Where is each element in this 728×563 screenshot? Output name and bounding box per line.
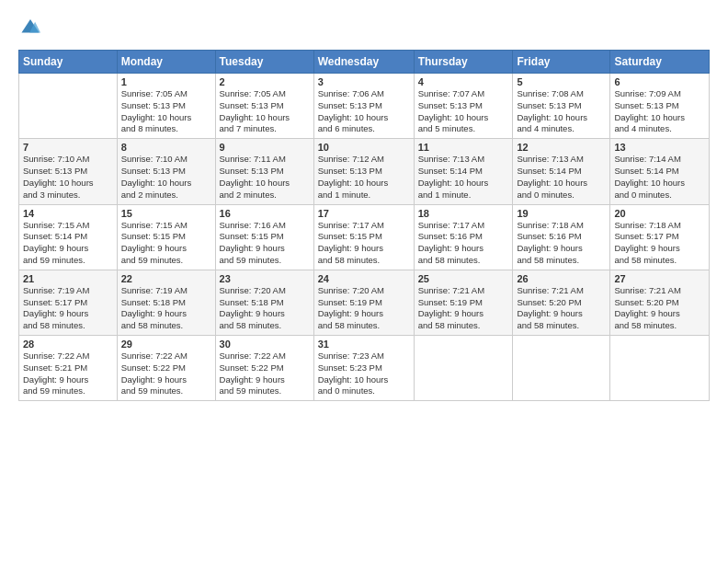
- day-number: 31: [318, 339, 410, 350]
- day-number: 26: [517, 273, 606, 284]
- calendar-cell: 6Sunrise: 7:09 AM Sunset: 5:13 PM Daylig…: [610, 74, 710, 139]
- day-info: Sunrise: 7:10 AM Sunset: 5:13 PM Dayligh…: [23, 154, 113, 201]
- day-number: 5: [517, 76, 606, 87]
- calendar-cell: 30Sunrise: 7:22 AM Sunset: 5:22 PM Dayli…: [215, 336, 313, 401]
- header: [18, 17, 710, 40]
- day-info: Sunrise: 7:13 AM Sunset: 5:14 PM Dayligh…: [418, 154, 509, 201]
- calendar-cell: 10Sunrise: 7:12 AM Sunset: 5:13 PM Dayli…: [313, 139, 414, 204]
- day-info: Sunrise: 7:21 AM Sunset: 5:20 PM Dayligh…: [614, 285, 705, 332]
- day-number: 3: [318, 76, 410, 87]
- calendar-cell: 18Sunrise: 7:17 AM Sunset: 5:16 PM Dayli…: [414, 204, 513, 270]
- calendar-cell: 27Sunrise: 7:21 AM Sunset: 5:20 PM Dayli…: [610, 270, 710, 335]
- day-info: Sunrise: 7:22 AM Sunset: 5:22 PM Dayligh…: [121, 350, 211, 397]
- day-number: 6: [614, 76, 705, 87]
- day-number: 7: [23, 142, 113, 153]
- day-number: 30: [220, 339, 310, 350]
- calendar-header-thursday: Thursday: [414, 51, 513, 74]
- calendar-cell: 15Sunrise: 7:15 AM Sunset: 5:15 PM Dayli…: [117, 204, 215, 270]
- day-info: Sunrise: 7:18 AM Sunset: 5:16 PM Dayligh…: [517, 220, 606, 267]
- day-info: Sunrise: 7:22 AM Sunset: 5:21 PM Dayligh…: [23, 350, 113, 397]
- day-info: Sunrise: 7:07 AM Sunset: 5:13 PM Dayligh…: [418, 88, 509, 135]
- calendar-week-row: 7Sunrise: 7:10 AM Sunset: 5:13 PM Daylig…: [19, 139, 710, 204]
- day-info: Sunrise: 7:05 AM Sunset: 5:13 PM Dayligh…: [121, 88, 211, 135]
- logo-icon: [20, 17, 40, 37]
- day-info: Sunrise: 7:16 AM Sunset: 5:15 PM Dayligh…: [220, 220, 310, 267]
- calendar-cell: 19Sunrise: 7:18 AM Sunset: 5:16 PM Dayli…: [513, 204, 610, 270]
- calendar-cell: 26Sunrise: 7:21 AM Sunset: 5:20 PM Dayli…: [513, 270, 610, 335]
- day-info: Sunrise: 7:18 AM Sunset: 5:17 PM Dayligh…: [614, 220, 705, 267]
- calendar-header-monday: Monday: [117, 51, 215, 74]
- day-number: 22: [121, 273, 211, 284]
- day-number: 28: [23, 339, 113, 350]
- day-number: 21: [23, 273, 113, 284]
- calendar-cell: 4Sunrise: 7:07 AM Sunset: 5:13 PM Daylig…: [414, 74, 513, 139]
- calendar-cell: 28Sunrise: 7:22 AM Sunset: 5:21 PM Dayli…: [19, 336, 118, 401]
- calendar-cell: 14Sunrise: 7:15 AM Sunset: 5:14 PM Dayli…: [19, 204, 118, 270]
- logo: [18, 17, 40, 40]
- day-number: 25: [418, 273, 509, 284]
- calendar-header-row: SundayMondayTuesdayWednesdayThursdayFrid…: [19, 51, 710, 74]
- day-info: Sunrise: 7:11 AM Sunset: 5:13 PM Dayligh…: [220, 154, 310, 201]
- day-info: Sunrise: 7:05 AM Sunset: 5:13 PM Dayligh…: [220, 88, 310, 135]
- day-number: 9: [220, 142, 310, 153]
- day-info: Sunrise: 7:10 AM Sunset: 5:13 PM Dayligh…: [121, 154, 211, 201]
- calendar-week-row: 21Sunrise: 7:19 AM Sunset: 5:17 PM Dayli…: [19, 270, 710, 335]
- day-number: 15: [121, 208, 211, 219]
- day-number: 10: [318, 142, 410, 153]
- day-info: Sunrise: 7:09 AM Sunset: 5:13 PM Dayligh…: [614, 88, 705, 135]
- calendar-cell: 22Sunrise: 7:19 AM Sunset: 5:18 PM Dayli…: [117, 270, 215, 335]
- day-number: 13: [614, 142, 705, 153]
- calendar-cell: 1Sunrise: 7:05 AM Sunset: 5:13 PM Daylig…: [117, 74, 215, 139]
- calendar-table: SundayMondayTuesdayWednesdayThursdayFrid…: [18, 50, 710, 401]
- day-number: 18: [418, 208, 509, 219]
- day-number: 2: [220, 76, 310, 87]
- calendar-cell: 5Sunrise: 7:08 AM Sunset: 5:13 PM Daylig…: [513, 74, 610, 139]
- day-info: Sunrise: 7:13 AM Sunset: 5:14 PM Dayligh…: [517, 154, 606, 201]
- day-number: 20: [614, 208, 705, 219]
- day-info: Sunrise: 7:17 AM Sunset: 5:15 PM Dayligh…: [318, 220, 410, 267]
- day-info: Sunrise: 7:20 AM Sunset: 5:19 PM Dayligh…: [318, 285, 410, 332]
- day-number: 23: [220, 273, 310, 284]
- day-info: Sunrise: 7:21 AM Sunset: 5:20 PM Dayligh…: [517, 285, 606, 332]
- day-info: Sunrise: 7:15 AM Sunset: 5:15 PM Dayligh…: [121, 220, 211, 267]
- calendar-week-row: 28Sunrise: 7:22 AM Sunset: 5:21 PM Dayli…: [19, 336, 710, 401]
- day-info: Sunrise: 7:22 AM Sunset: 5:22 PM Dayligh…: [220, 350, 310, 397]
- calendar-week-row: 14Sunrise: 7:15 AM Sunset: 5:14 PM Dayli…: [19, 204, 710, 270]
- calendar-header-saturday: Saturday: [610, 51, 710, 74]
- day-info: Sunrise: 7:08 AM Sunset: 5:13 PM Dayligh…: [517, 88, 606, 135]
- calendar-cell: 23Sunrise: 7:20 AM Sunset: 5:18 PM Dayli…: [215, 270, 313, 335]
- calendar-cell: 8Sunrise: 7:10 AM Sunset: 5:13 PM Daylig…: [117, 139, 215, 204]
- calendar-cell: 7Sunrise: 7:10 AM Sunset: 5:13 PM Daylig…: [19, 139, 118, 204]
- day-info: Sunrise: 7:14 AM Sunset: 5:14 PM Dayligh…: [614, 154, 705, 201]
- calendar-header-sunday: Sunday: [19, 51, 118, 74]
- day-info: Sunrise: 7:06 AM Sunset: 5:13 PM Dayligh…: [318, 88, 410, 135]
- day-number: 17: [318, 208, 410, 219]
- calendar-cell: 2Sunrise: 7:05 AM Sunset: 5:13 PM Daylig…: [215, 74, 313, 139]
- day-info: Sunrise: 7:21 AM Sunset: 5:19 PM Dayligh…: [418, 285, 509, 332]
- calendar-cell: 17Sunrise: 7:17 AM Sunset: 5:15 PM Dayli…: [313, 204, 414, 270]
- calendar-cell: 16Sunrise: 7:16 AM Sunset: 5:15 PM Dayli…: [215, 204, 313, 270]
- calendar-cell: [19, 74, 118, 139]
- day-info: Sunrise: 7:19 AM Sunset: 5:17 PM Dayligh…: [23, 285, 113, 332]
- day-number: 8: [121, 142, 211, 153]
- calendar-cell: 21Sunrise: 7:19 AM Sunset: 5:17 PM Dayli…: [19, 270, 118, 335]
- calendar-cell: [513, 336, 610, 401]
- day-number: 19: [517, 208, 606, 219]
- page: SundayMondayTuesdayWednesdayThursdayFrid…: [0, 0, 728, 563]
- day-info: Sunrise: 7:19 AM Sunset: 5:18 PM Dayligh…: [121, 285, 211, 332]
- calendar-cell: 9Sunrise: 7:11 AM Sunset: 5:13 PM Daylig…: [215, 139, 313, 204]
- calendar-cell: 13Sunrise: 7:14 AM Sunset: 5:14 PM Dayli…: [610, 139, 710, 204]
- calendar-week-row: 1Sunrise: 7:05 AM Sunset: 5:13 PM Daylig…: [19, 74, 710, 139]
- day-number: 1: [121, 76, 211, 87]
- day-number: 4: [418, 76, 509, 87]
- calendar-cell: 12Sunrise: 7:13 AM Sunset: 5:14 PM Dayli…: [513, 139, 610, 204]
- day-number: 29: [121, 339, 211, 350]
- day-info: Sunrise: 7:20 AM Sunset: 5:18 PM Dayligh…: [220, 285, 310, 332]
- calendar-cell: 11Sunrise: 7:13 AM Sunset: 5:14 PM Dayli…: [414, 139, 513, 204]
- day-number: 16: [220, 208, 310, 219]
- calendar-cell: [610, 336, 710, 401]
- day-number: 24: [318, 273, 410, 284]
- day-info: Sunrise: 7:23 AM Sunset: 5:23 PM Dayligh…: [318, 350, 410, 397]
- calendar-cell: 24Sunrise: 7:20 AM Sunset: 5:19 PM Dayli…: [313, 270, 414, 335]
- day-number: 14: [23, 208, 113, 219]
